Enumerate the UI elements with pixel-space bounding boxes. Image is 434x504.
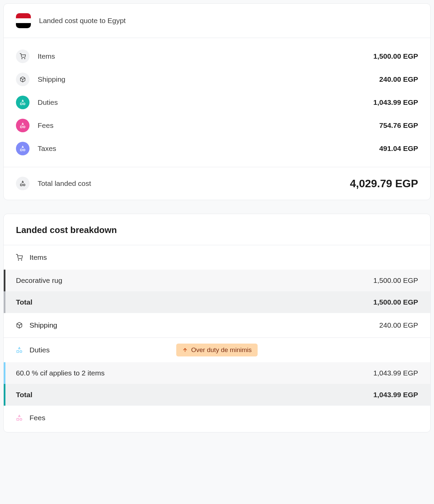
package-icon xyxy=(16,73,29,86)
row-value: 754.76 EGP xyxy=(379,121,418,130)
svg-point-20 xyxy=(20,351,22,353)
svg-rect-10 xyxy=(20,149,22,151)
summary-header: Landed cost quote to Egypt xyxy=(4,4,430,38)
section-label: Fees xyxy=(29,414,45,422)
breakdown-items-total: Total 1,500.00 EGP xyxy=(4,291,430,313)
item-name: Decorative rug xyxy=(16,276,62,285)
svg-marker-22 xyxy=(19,415,20,417)
row-label: Taxes xyxy=(38,144,56,153)
landed-cost-summary-card: Landed cost quote to Egypt Items 1,500.0… xyxy=(3,3,431,200)
shapes-icon xyxy=(16,96,29,109)
cart-icon xyxy=(16,50,29,63)
total-label: Total landed cost xyxy=(38,179,91,188)
row-value: 491.04 EGP xyxy=(379,144,418,153)
summary-title: Landed cost quote to Egypt xyxy=(39,17,126,25)
svg-point-15 xyxy=(18,260,19,260)
landed-cost-breakdown-card: Landed cost breakdown Items Decorative r… xyxy=(3,214,431,432)
svg-marker-9 xyxy=(22,146,24,148)
breakdown-shipping-row: Shipping 240.00 EGP xyxy=(4,313,430,337)
svg-point-24 xyxy=(20,419,22,421)
summary-row-fees: Fees 754.76 EGP xyxy=(16,114,418,137)
svg-rect-4 xyxy=(20,103,22,105)
svg-marker-6 xyxy=(22,123,24,125)
row-value: 1,043.99 EGP xyxy=(373,98,418,106)
total-section: Total landed cost 4,029.79 EGP xyxy=(4,167,430,200)
summary-rows: Items 1,500.00 EGP Shipping 240.00 EGP D… xyxy=(4,38,430,167)
breakdown-duties-row: 60.0 % cif applies to 2 items 1,043.99 E… xyxy=(4,362,430,384)
arrow-up-icon xyxy=(182,347,188,353)
row-label: Fees xyxy=(38,121,54,130)
total-value: 1,043.99 EGP xyxy=(373,391,418,399)
shapes-icon xyxy=(16,347,23,353)
svg-marker-12 xyxy=(22,181,24,183)
svg-point-11 xyxy=(23,149,25,151)
shapes-icon xyxy=(16,414,23,421)
egypt-flag-icon xyxy=(16,13,31,28)
section-label: Items xyxy=(29,253,47,261)
total-value: 1,500.00 EGP xyxy=(373,298,418,306)
row-band xyxy=(4,291,5,313)
summary-row-items: Items 1,500.00 EGP xyxy=(16,45,418,68)
total-label: Total xyxy=(16,391,33,399)
svg-point-1 xyxy=(24,58,25,59)
summary-row-duties: Duties 1,043.99 EGP xyxy=(16,91,418,114)
shapes-icon xyxy=(16,177,29,190)
svg-rect-19 xyxy=(17,351,19,353)
svg-point-16 xyxy=(21,260,22,260)
row-band xyxy=(4,270,5,291)
package-icon xyxy=(16,322,23,329)
section-label: Shipping xyxy=(29,321,57,329)
breakdown-duties-header: Duties Over duty de minimis xyxy=(4,338,430,362)
summary-row-taxes: Taxes 491.04 EGP xyxy=(16,137,418,160)
svg-point-14 xyxy=(23,184,25,186)
row-label: Duties xyxy=(38,98,58,106)
duties-desc: 60.0 % cif applies to 2 items xyxy=(16,369,104,377)
item-value: 1,500.00 EGP xyxy=(373,276,418,285)
shapes-icon xyxy=(16,119,29,132)
breakdown-title: Landed cost breakdown xyxy=(4,214,430,245)
svg-marker-3 xyxy=(22,100,24,102)
total-value: 4,029.79 EGP xyxy=(350,177,418,190)
svg-rect-23 xyxy=(17,419,19,421)
shipping-value: 240.00 EGP xyxy=(379,321,418,329)
breakdown-items-header: Items xyxy=(4,245,430,270)
svg-rect-7 xyxy=(20,126,22,128)
breakdown-item-row: Decorative rug 1,500.00 EGP xyxy=(4,270,430,291)
row-label: Items xyxy=(38,52,55,60)
svg-point-8 xyxy=(23,126,25,128)
cart-icon xyxy=(16,254,23,261)
row-value: 240.00 EGP xyxy=(379,75,418,83)
row-band xyxy=(4,384,5,406)
over-de-minimis-badge: Over duty de minimis xyxy=(176,344,258,356)
row-value: 1,500.00 EGP xyxy=(373,52,418,60)
svg-point-0 xyxy=(22,58,22,59)
badge-text: Over duty de minimis xyxy=(191,346,252,354)
section-label: Duties xyxy=(29,346,50,354)
shapes-icon xyxy=(16,142,29,155)
row-label: Shipping xyxy=(38,75,65,83)
row-band xyxy=(4,362,5,384)
svg-point-5 xyxy=(23,103,25,105)
duties-value: 1,043.99 EGP xyxy=(373,369,418,377)
breakdown-duties-total: Total 1,043.99 EGP xyxy=(4,384,430,406)
svg-marker-18 xyxy=(19,347,20,349)
summary-row-shipping: Shipping 240.00 EGP xyxy=(16,68,418,91)
breakdown-fees-header: Fees xyxy=(4,406,430,432)
total-label: Total xyxy=(16,298,33,306)
svg-rect-13 xyxy=(20,184,22,186)
